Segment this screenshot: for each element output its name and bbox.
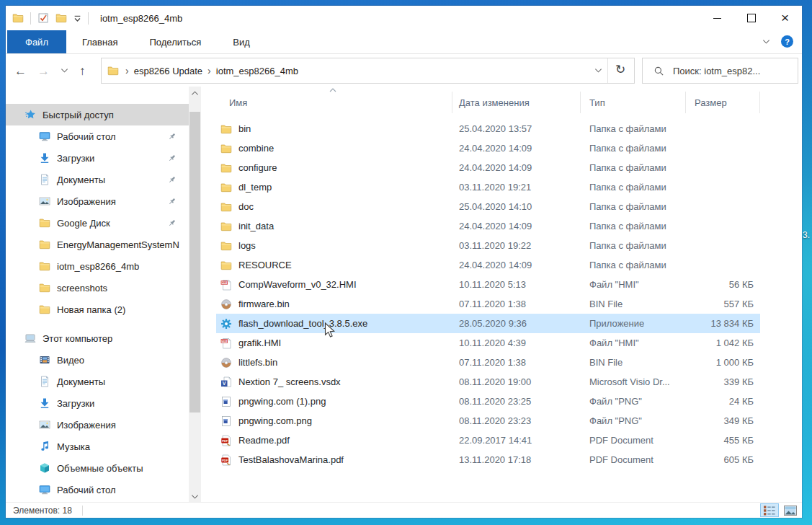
file-date: 25.04.2020 14:10 <box>452 201 581 212</box>
file-row[interactable]: HMIgrafik.HMI10.11.2020 4:39Файл "HMI"1 … <box>216 333 760 353</box>
quick-access-toolbar <box>6 12 89 25</box>
folder-icon <box>39 239 50 250</box>
close-icon: × <box>781 14 789 22</box>
sidebar-item[interactable]: Загрузки <box>6 392 189 414</box>
sidebar-item[interactable]: Изображения <box>6 414 189 436</box>
sidebar-item[interactable]: Рабочий стол <box>6 125 189 147</box>
file-row[interactable]: doc25.04.2020 14:10Папка с файлами <box>216 197 760 216</box>
ribbon-tab[interactable]: Вид <box>217 30 266 53</box>
file-name-cell: logs <box>216 240 452 252</box>
sidebar-item[interactable]: Видео <box>6 349 189 371</box>
file-type: Файл "PNG" <box>581 415 686 426</box>
folder-icon <box>39 282 50 294</box>
column-header-size[interactable]: Размер <box>686 92 760 113</box>
sidebar-item[interactable]: EnergyManagementSystemN <box>6 234 189 255</box>
file-row[interactable]: bin25.04.2020 13:57Папка с файлами <box>216 119 760 138</box>
column-header-type[interactable]: Тип <box>581 92 686 113</box>
recent-locations-chevron-icon[interactable] <box>61 68 68 74</box>
address-bar[interactable]: ›esp8266 Update›iotm_esp8266_4mb ↻ <box>101 58 635 84</box>
sidebar-item[interactable]: Музыка <box>6 436 189 457</box>
collapse-ribbon-chevron-icon[interactable] <box>762 39 770 45</box>
sidebar-scrollbar[interactable] <box>189 87 201 503</box>
computer-icon <box>24 332 36 344</box>
details-view-button[interactable] <box>760 503 779 517</box>
file-row[interactable]: dl_temp03.11.2020 19:21Папка с файлами <box>216 177 760 197</box>
file-date: 10.11.2020 5:13 <box>452 279 581 290</box>
file-date: 24.04.2020 14:09 <box>452 260 581 270</box>
pictures-icon <box>39 419 50 431</box>
address-dropdown-chevron-icon[interactable] <box>594 68 602 74</box>
sidebar-item-label: iotm_esp8266_4mb <box>57 261 139 272</box>
file-name-cell: littlefs.bin <box>216 357 452 369</box>
toolbar-separator <box>88 12 89 25</box>
back-button[interactable]: ← <box>14 65 27 77</box>
file-row[interactable]: logs03.11.2020 19:22Папка с файлами <box>216 236 760 255</box>
breadcrumb-chevron-icon[interactable]: › <box>208 65 211 76</box>
file-row[interactable]: HMICompWaveform_v0_32.HMI10.11.2020 5:13… <box>216 275 760 294</box>
sidebar-item[interactable]: Рабочий стол <box>6 479 189 500</box>
file-row[interactable]: RESOURCE24.04.2020 14:09Папка с файлами <box>216 255 760 275</box>
file-row[interactable]: init_data24.04.2020 14:09Папка с файлами <box>216 216 760 236</box>
file-row[interactable]: littlefs.bin07.11.2020 1:38BIN File1 000… <box>216 353 760 372</box>
scroll-down-button[interactable] <box>189 490 201 503</box>
file-name: bin <box>238 123 251 134</box>
sidebar-item[interactable]: iotm_esp8266_4mb <box>6 255 189 277</box>
sidebar-item[interactable]: Новая папка (2) <box>6 299 189 320</box>
file-name: CompWaveform_v0_32.HMI <box>238 279 357 290</box>
ribbon-tab[interactable]: Главная <box>66 30 133 53</box>
sidebar-item[interactable]: Быстрый доступ <box>6 104 189 125</box>
column-header-date[interactable]: Дата изменения <box>452 92 581 113</box>
breadcrumb-segment[interactable]: esp8266 Update <box>134 66 202 76</box>
sidebar-item-label: Документы <box>57 175 105 185</box>
file-name: grafik.HMI <box>238 338 281 348</box>
up-button[interactable]: ↑ <box>79 65 86 77</box>
ribbon-tab[interactable]: Поделиться <box>133 30 217 53</box>
folder-icon[interactable] <box>12 12 24 24</box>
file-row[interactable]: PDFReadme.pdf22.09.2017 14:41PDF Documen… <box>216 431 760 450</box>
file-row[interactable]: pngwing.com (1).png08.11.2020 23:25Файл … <box>216 392 760 411</box>
new-folder-icon[interactable] <box>55 12 67 24</box>
file-row[interactable]: configure24.04.2020 14:09Папка с файлами <box>216 158 760 177</box>
ribbon-tab[interactable]: Файл <box>7 30 66 53</box>
maximize-button[interactable] <box>734 6 768 30</box>
scroll-up-button[interactable] <box>189 87 201 99</box>
breadcrumb-chevron-icon[interactable]: › <box>125 65 129 76</box>
file-row[interactable]: firmware.bin07.11.2020 1:38BIN File557 К… <box>216 294 760 314</box>
sidebar-item[interactable]: Этот компьютер <box>6 327 189 349</box>
search-input[interactable] <box>672 65 786 77</box>
forward-button[interactable]: → <box>37 65 50 77</box>
file-name: TestBalashovaMarina.pdf <box>238 454 344 465</box>
column-headers: ИмяДата измененияТипРазмер <box>216 92 760 113</box>
3d-objects-icon <box>39 462 50 474</box>
minimize-button[interactable] <box>700 6 734 30</box>
customize-toolbar-dropdown-icon[interactable] <box>73 14 81 22</box>
column-header-name[interactable]: Имя <box>216 92 452 113</box>
pin-icon <box>167 219 177 228</box>
sidebar-item[interactable]: screenshots <box>6 277 189 299</box>
file-row[interactable]: PDFTestBalashovaMarina.pdf13.11.2020 17:… <box>216 450 760 469</box>
file-name-cell: combine <box>216 143 452 154</box>
large-icons-view-button[interactable] <box>781 503 800 517</box>
sidebar-item[interactable]: Изображения <box>6 190 189 212</box>
title-bar: iotm_esp8266_4mb × <box>6 6 802 30</box>
sidebar-item[interactable]: Документы <box>6 169 189 190</box>
sidebar-item[interactable]: Документы <box>6 371 189 392</box>
file-row[interactable]: combine24.04.2020 14:09Папка с файлами <box>216 138 760 158</box>
refresh-button[interactable]: ↻ <box>610 62 630 77</box>
pin-icon <box>167 175 177 185</box>
file-row[interactable]: VNextion 7_ screens.vsdx08.11.2020 19:00… <box>216 372 760 392</box>
file-row[interactable]: flash_download_tool_3.8.5.exe28.05.2020 … <box>216 314 760 333</box>
file-date: 22.09.2017 14:41 <box>452 435 581 446</box>
sidebar-item[interactable]: Загрузки <box>6 147 189 169</box>
properties-check-icon[interactable] <box>37 12 49 24</box>
sidebar-item[interactable]: Google Диск <box>6 212 189 234</box>
scrollbar-thumb[interactable] <box>189 112 200 412</box>
file-name: combine <box>238 143 274 154</box>
help-button[interactable]: ? <box>781 35 793 48</box>
svg-text:HMI: HMI <box>222 340 227 343</box>
breadcrumb-segment[interactable]: iotm_esp8266_4mb <box>216 66 298 76</box>
sidebar-item-label: EnergyManagementSystemN <box>57 239 179 250</box>
close-button[interactable]: × <box>768 6 802 30</box>
file-row[interactable]: pngwing.com.png08.11.2020 23:23Файл "PNG… <box>216 411 760 431</box>
sidebar-item[interactable]: Объемные объекты <box>6 457 189 479</box>
